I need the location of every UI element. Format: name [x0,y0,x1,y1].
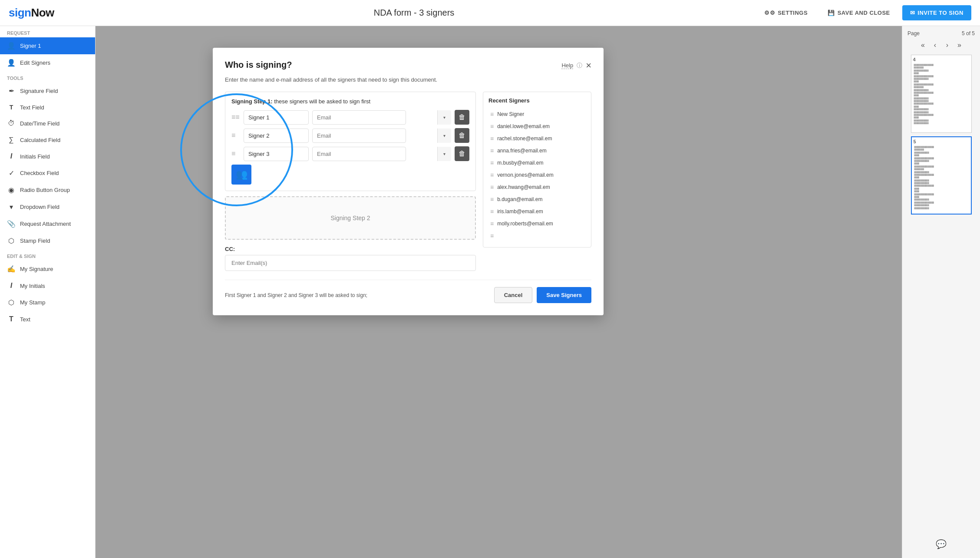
recent-signer-8[interactable]: ≡ iris.lamb@email.em [488,205,586,218]
recent-signer-10[interactable]: ≡ [488,230,586,242]
page-thumb-4[interactable]: 4 ██████████████████████████████████████… [911,55,972,133]
sidebar-item-checkbox-field[interactable]: ✓ Checkbox Field [0,165,95,182]
recent-signer-7[interactable]: ≡ b.dugan@email.em [488,193,586,205]
sidebar-item-datetime-field[interactable]: ⏱ Date/Time Field [0,115,95,132]
modal-body: Signing Step 1: these signers will be as… [225,92,591,271]
logo: signNow [9,6,54,20]
step2-box: Signing Step 2 [225,196,476,240]
edit-sign-section-label: Edit & Sign [0,249,95,261]
sidebar-item-stamp-field[interactable]: ⬡ Stamp Field [0,232,95,249]
recent-signer-5[interactable]: ≡ vernon.jones@email.em [488,169,586,181]
next-page-button[interactable]: › [942,40,953,50]
sidebar-item-edit-signers[interactable]: 👤 Edit Signers [0,54,95,71]
signer-email-8: iris.lamb@email.em [497,208,543,215]
signer2-email-dropdown[interactable]: ▾ [437,129,451,143]
request-section-label: Request [0,26,95,37]
signer1-label: Signer 1 [20,43,41,49]
sidebar-item-my-signature[interactable]: ✍ My Signature [0,261,95,277]
signer-email-5: vernon.jones@email.em [497,172,554,178]
recent-signer-2[interactable]: ≡ rachel.stone@email.em [488,132,586,145]
prev-page-button[interactable]: ‹ [930,40,940,50]
my-text-label: Text [20,316,30,323]
last-page-button[interactable]: » [954,40,965,50]
sidebar-item-text[interactable]: T Text [0,311,95,327]
sidebar-item-my-stamp[interactable]: ⬡ My Stamp [0,294,95,311]
sidebar-item-text-field[interactable]: T Text Field [0,99,95,115]
datetime-label: Date/Time Field [20,120,59,127]
new-signer-label: New Signer [497,111,524,117]
checkbox-label: Checkbox Field [20,170,59,176]
sidebar-item-dropdown-field[interactable]: ▾ Dropdown Field [0,198,95,215]
signer3-name-input[interactable] [244,147,309,161]
save-close-button[interactable]: 💾 SAVE AND CLOSE [820,5,898,20]
menu-icon-new: ≡ [490,111,494,118]
sidebar-item-my-initials[interactable]: I My Initials [0,277,95,294]
signer-email-1: daniel.lowe@email.em [497,123,550,129]
logo-blue: sign [9,6,31,19]
save-signers-button[interactable]: Save Signers [537,287,591,303]
signer1-email-input[interactable] [312,110,406,125]
signer-summary: First Signer 1 and Signer 2 and Signer 3… [225,292,367,298]
delete-signer2-button[interactable]: 🗑 [455,128,469,143]
stamp-icon: ⬡ [7,237,16,245]
comment-icon[interactable]: 💬 [936,539,947,549]
add-signer-button[interactable]: 👥 [231,165,251,185]
trash-icon-2: 🗑 [459,132,465,139]
delete-signer3-button[interactable]: 🗑 [455,146,469,161]
document-area: Who is signing? Help ⓘ × Enter the name … [96,26,902,558]
modal-subtitle: Enter the name and e-mail address of all… [225,76,591,83]
signer1-email-dropdown[interactable]: ▾ [437,110,451,125]
drag-handle-2[interactable]: ≡ [231,132,240,139]
sidebar-item-signature-field[interactable]: ✒ Signature Field [0,83,95,99]
logo-black: Now [31,6,54,19]
drag-handle-3[interactable]: ≡ [231,150,240,158]
first-page-button[interactable]: « [918,40,928,50]
signer3-email-dropdown[interactable]: ▾ [437,147,451,161]
sidebar-item-calculated-field[interactable]: ∑ Calculated Field [0,132,95,148]
signing-steps: Signing Step 1: these signers will be as… [225,92,476,271]
recent-signer-9[interactable]: ≡ molly.roberts@email.em [488,218,586,230]
signer2-email-input[interactable] [312,129,406,143]
signer-email-6: alex.hwang@email.em [497,184,550,190]
attachment-label: Request Attachment [20,221,71,227]
attach-icon: 📎 [7,220,16,228]
sidebar-item-request-attachment[interactable]: 📎 Request Attachment [0,215,95,232]
sidebar-item-signer1[interactable]: 👤 Signer 1 [0,37,95,54]
modal-footer: First Signer 1 and Signer 2 and Signer 3… [225,280,591,303]
topbar-actions: ⚙ SETTINGS 💾 SAVE AND CLOSE ✉ INVITE TO … [756,5,971,20]
signer-email-7: b.dugan@email.em [497,196,542,202]
initials-icon: I [7,152,16,160]
checkbox-icon: ✓ [7,169,16,177]
recent-signer-1[interactable]: ≡ daniel.lowe@email.em [488,120,586,132]
recent-signer-4[interactable]: ≡ m.busby@email.em [488,157,586,169]
help-icon: ⓘ [577,62,582,69]
sidebar-item-radio-group[interactable]: ◉ Radio Button Group [0,182,95,198]
cc-email-input[interactable] [225,255,476,271]
signer-email-9: molly.roberts@email.em [497,221,553,227]
invite-sign-button[interactable]: ✉ INVITE TO SIGN [902,5,971,20]
menu-icon-3: ≡ [490,147,494,154]
help-link[interactable]: Help [561,62,573,69]
recent-signer-3[interactable]: ≡ anna.fries@email.em [488,145,586,157]
who-is-signing-modal: Who is signing? Help ⓘ × Enter the name … [213,48,604,315]
menu-icon-7: ≡ [490,196,494,203]
step1-bold: Signing Step 1: [231,98,273,105]
recent-signer-6[interactable]: ≡ alex.hwang@email.em [488,181,586,193]
signer1-name-input[interactable] [244,110,309,125]
datetime-icon: ⏱ [7,119,16,127]
my-stamp-icon: ⬡ [7,298,16,307]
sidebar-item-initials-field[interactable]: I Initials Field [0,148,95,165]
delete-signer1-button[interactable]: 🗑 [455,110,469,125]
drag-handle-1[interactable]: ≡ [231,113,240,121]
cancel-button[interactable]: Cancel [494,287,533,303]
menu-icon-8: ≡ [490,208,494,215]
recent-signer-new[interactable]: ≡ New Signer [488,108,586,120]
signer2-name-input[interactable] [244,129,309,143]
step1-label: Signing Step 1: these signers will be as… [231,98,469,105]
invite-label: INVITE TO SIGN [917,10,964,16]
initials-label: Initials Field [20,153,50,160]
close-modal-button[interactable]: × [586,60,591,71]
signer3-email-input[interactable] [312,147,406,161]
settings-button[interactable]: ⚙ SETTINGS [756,5,815,20]
page-thumb-5[interactable]: 5 ██████████████████████████████████████… [911,136,972,215]
